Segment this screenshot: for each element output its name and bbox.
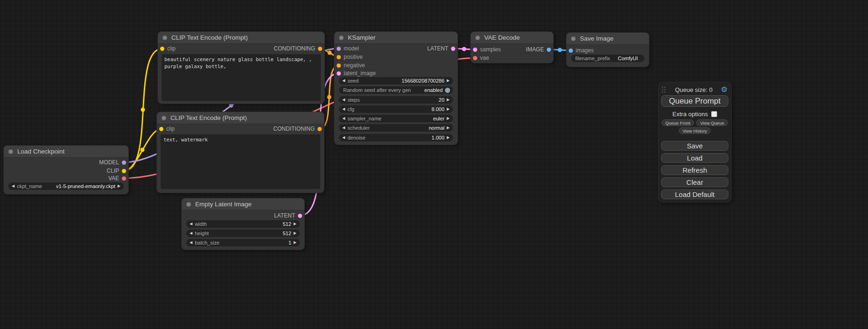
height-widget[interactable]: ◀ height 512 ▶ bbox=[186, 230, 300, 237]
node-empty-latent-image[interactable]: Empty Latent Image LATENT ◀ width 512 ▶ … bbox=[182, 198, 304, 250]
load-default-button[interactable]: Load Default bbox=[661, 189, 728, 199]
collapse-dot-icon[interactable] bbox=[186, 202, 191, 207]
denoise-widget[interactable]: ◀ denoise 1.000 ▶ bbox=[339, 134, 453, 141]
seed-widget[interactable]: ◀ seed 156680208700286 ▶ bbox=[339, 77, 453, 84]
view-history-button[interactable]: View History bbox=[679, 127, 711, 134]
port-label: MODEL bbox=[99, 159, 119, 166]
prev-arrow-icon[interactable]: ◀ bbox=[342, 136, 345, 140]
port-label: CLIP bbox=[106, 168, 119, 174]
next-arrow-icon[interactable]: ▶ bbox=[447, 107, 450, 111]
node-load-checkpoint[interactable]: Load Checkpoint MODEL CLIP VAE ◀ ckpt_na… bbox=[4, 146, 128, 194]
port-label: clip bbox=[166, 126, 175, 132]
toggle-knob-icon[interactable] bbox=[445, 88, 450, 93]
images-input-port[interactable] bbox=[569, 49, 573, 53]
ckpt-name-widget[interactable]: ◀ ckpt_name v1-5-pruned-emaonly.ckpt ▶ bbox=[8, 182, 124, 190]
batch-size-widget[interactable]: ◀ batch_size 1 ▶ bbox=[186, 239, 300, 246]
sampler-name-widget[interactable]: ◀ sampler_name euler ▶ bbox=[339, 115, 453, 122]
node-ksampler[interactable]: KSampler model positive negative latent_… bbox=[334, 32, 458, 145]
queue-prompt-button[interactable]: Queue Prompt bbox=[661, 95, 728, 107]
latent-output-port[interactable] bbox=[451, 47, 455, 51]
widget-value: 8.000 bbox=[431, 106, 445, 112]
prev-arrow-icon[interactable]: ◀ bbox=[190, 222, 192, 226]
node-canvas[interactable]: Load Checkpoint MODEL CLIP VAE ◀ ckpt_na… bbox=[0, 0, 868, 329]
next-arrow-icon[interactable]: ▶ bbox=[118, 184, 120, 188]
node-vae-decode[interactable]: VAE Decode samples IMAGE vae bbox=[471, 32, 553, 63]
prev-arrow-icon[interactable]: ◀ bbox=[342, 126, 345, 130]
collapse-dot-icon[interactable] bbox=[475, 35, 480, 40]
prev-arrow-icon[interactable]: ◀ bbox=[342, 117, 345, 120]
positive-input-port[interactable] bbox=[337, 55, 341, 59]
collapse-dot-icon[interactable] bbox=[8, 149, 13, 154]
history-button-row: View History bbox=[661, 127, 728, 134]
widget-label: sampler_name bbox=[347, 116, 381, 121]
next-arrow-icon[interactable]: ▶ bbox=[447, 126, 450, 130]
clip-input-port[interactable] bbox=[160, 47, 164, 51]
model-output-port[interactable] bbox=[122, 161, 126, 165]
node-title: CLIP Text Encode (Prompt) bbox=[171, 34, 248, 41]
collapse-dot-icon[interactable] bbox=[571, 36, 576, 41]
next-arrow-icon[interactable]: ▶ bbox=[447, 136, 450, 140]
load-button[interactable]: Load bbox=[661, 153, 728, 163]
scheduler-widget[interactable]: ◀ scheduler normal ▶ bbox=[339, 124, 453, 132]
image-output-port[interactable] bbox=[547, 48, 551, 52]
prev-arrow-icon[interactable]: ◀ bbox=[190, 231, 192, 235]
next-arrow-icon[interactable]: ▶ bbox=[294, 222, 296, 226]
cfg-widget[interactable]: ◀ cfg 8.000 ▶ bbox=[339, 105, 453, 113]
prev-arrow-icon[interactable]: ◀ bbox=[190, 241, 192, 245]
node-titlebar[interactable]: Load Checkpoint bbox=[4, 146, 128, 158]
output-slot-vae: VAE bbox=[4, 175, 128, 182]
steps-widget[interactable]: ◀ steps 20 ▶ bbox=[339, 96, 453, 104]
port-label: LATENT bbox=[427, 45, 448, 52]
save-button[interactable]: Save bbox=[661, 141, 728, 151]
conditioning-output-port[interactable] bbox=[318, 47, 322, 51]
vae-output-port[interactable] bbox=[122, 176, 126, 181]
node-titlebar[interactable]: CLIP Text Encode (Prompt) bbox=[157, 112, 324, 124]
port-label: positive bbox=[344, 54, 363, 60]
settings-gear-icon[interactable]: ⚙ bbox=[721, 86, 727, 93]
random-seed-toggle-widget[interactable]: Random seed after every gen enabled bbox=[339, 86, 453, 94]
prev-arrow-icon[interactable]: ◀ bbox=[342, 79, 345, 83]
conditioning-output-port[interactable] bbox=[318, 127, 322, 131]
slot-row: clip CONDITIONING bbox=[157, 125, 324, 133]
negative-input-port[interactable] bbox=[337, 63, 341, 68]
samples-input-port[interactable] bbox=[473, 48, 477, 52]
clear-button[interactable]: Clear bbox=[661, 177, 728, 187]
node-titlebar[interactable]: CLIP Text Encode (Prompt) bbox=[158, 32, 325, 44]
widget-label: batch_size bbox=[195, 240, 219, 245]
widget-value: 1.000 bbox=[431, 135, 445, 140]
node-titlebar[interactable]: KSampler bbox=[334, 32, 458, 44]
queue-front-button[interactable]: Queue Front bbox=[662, 119, 694, 126]
node-save-image[interactable]: Save Image images filename_prefix ComfyU… bbox=[566, 33, 649, 67]
vae-input-port[interactable] bbox=[473, 56, 477, 60]
collapse-dot-icon[interactable] bbox=[339, 35, 344, 40]
link-dot bbox=[141, 108, 145, 112]
collapse-dot-icon[interactable] bbox=[162, 35, 167, 40]
clip-output-port[interactable] bbox=[122, 169, 126, 173]
prompt-textarea[interactable]: beautiful scenery nature glass bottle la… bbox=[162, 54, 321, 101]
node-titlebar[interactable]: VAE Decode bbox=[471, 32, 553, 44]
prev-arrow-icon[interactable]: ◀ bbox=[342, 98, 345, 102]
next-arrow-icon[interactable]: ▶ bbox=[294, 241, 296, 245]
prompt-textarea[interactable]: text, watermark bbox=[161, 134, 320, 189]
latent-image-input-port[interactable] bbox=[337, 71, 341, 76]
node-titlebar[interactable]: Empty Latent Image bbox=[182, 198, 304, 210]
prev-arrow-icon[interactable]: ◀ bbox=[342, 107, 345, 111]
node-titlebar[interactable]: Save Image bbox=[566, 33, 649, 45]
extra-options-checkbox[interactable] bbox=[711, 111, 717, 117]
clip-input-port[interactable] bbox=[159, 127, 163, 131]
node-clip-text-encode-positive[interactable]: CLIP Text Encode (Prompt) clip CONDITION… bbox=[158, 32, 325, 104]
prev-arrow-icon[interactable]: ◀ bbox=[12, 184, 14, 188]
collapse-dot-icon[interactable] bbox=[162, 116, 166, 120]
next-arrow-icon[interactable]: ▶ bbox=[447, 117, 450, 120]
width-widget[interactable]: ◀ width 512 ▶ bbox=[186, 220, 300, 228]
next-arrow-icon[interactable]: ▶ bbox=[294, 231, 296, 235]
next-arrow-icon[interactable]: ▶ bbox=[447, 98, 450, 102]
drag-handle-icon[interactable] bbox=[662, 87, 667, 92]
filename-prefix-widget[interactable]: filename_prefix ComfyUI bbox=[571, 55, 644, 62]
view-queue-button[interactable]: View Queue bbox=[696, 119, 728, 126]
refresh-button[interactable]: Refresh bbox=[661, 165, 728, 175]
latent-output-port[interactable] bbox=[298, 214, 302, 218]
node-clip-text-encode-negative[interactable]: CLIP Text Encode (Prompt) clip CONDITION… bbox=[157, 112, 324, 193]
port-label: vae bbox=[480, 55, 489, 61]
next-arrow-icon[interactable]: ▶ bbox=[447, 79, 450, 83]
